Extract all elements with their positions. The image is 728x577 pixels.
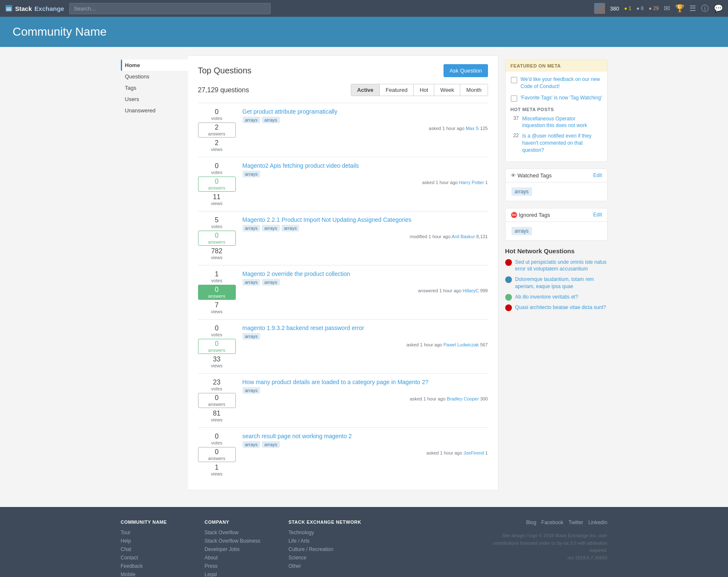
votes-stat: 1 votes bbox=[198, 270, 236, 283]
votes-stat: 0 votes bbox=[198, 108, 236, 121]
question-user[interactable]: HillaryC bbox=[463, 288, 479, 293]
footer-link-culture[interactable]: Culture / Recreation bbox=[289, 546, 361, 552]
question-title[interactable]: Get product attribute programatically bbox=[243, 108, 488, 115]
answers-label: answers bbox=[208, 185, 225, 190]
footer-facebook-link[interactable]: Facebook bbox=[541, 520, 564, 525]
inbox-icon[interactable]: ✉ bbox=[664, 4, 670, 13]
footer-twitter-link[interactable]: Twitter bbox=[569, 520, 583, 525]
watched-tags-edit[interactable]: Edit bbox=[593, 172, 602, 178]
sidebar-item-users[interactable]: Users bbox=[121, 94, 188, 105]
sidebar-item-home[interactable]: Home bbox=[121, 60, 188, 71]
tag[interactable]: arrays bbox=[262, 279, 280, 286]
avatar[interactable] bbox=[594, 3, 605, 14]
hot-network-link-4[interactable]: Quasi architecto beatae vitae dicta sunt… bbox=[515, 304, 606, 311]
tag[interactable]: arrays bbox=[262, 225, 280, 231]
eye-icon: 👁 bbox=[511, 172, 516, 179]
tag[interactable]: arrays bbox=[243, 279, 261, 286]
tag[interactable]: arrays bbox=[243, 117, 261, 123]
question-user[interactable]: Bradley Cooper bbox=[447, 396, 479, 401]
questions-count: 27,129 questions bbox=[198, 86, 249, 94]
hot-network-link-3[interactable]: Ab illo inventore veritatis et? bbox=[515, 294, 578, 301]
footer-link-so-business[interactable]: Stack Overflow Business bbox=[205, 538, 272, 544]
sidebar-item-tags[interactable]: Tags bbox=[121, 82, 188, 94]
question-user[interactable]: Max S bbox=[466, 126, 479, 131]
watched-tag-arrays[interactable]: arrays bbox=[511, 187, 532, 196]
footer-link-stackoverflow[interactable]: Stack Overflow bbox=[205, 530, 272, 535]
review-icon[interactable]: ☰ bbox=[689, 4, 696, 13]
achievements-icon[interactable]: 🏆 bbox=[675, 4, 684, 13]
filter-featured[interactable]: Featured bbox=[380, 84, 414, 96]
footer-link-mobile[interactable]: Mobile bbox=[121, 572, 188, 577]
footer-company-title: COMPANY bbox=[205, 520, 272, 525]
tag[interactable]: arrays bbox=[243, 441, 261, 448]
footer-link-legal[interactable]: Legal bbox=[205, 572, 272, 577]
views-count: 782 bbox=[211, 247, 222, 255]
question-title[interactable]: Magento 2.2.1 Product Import Not Updatin… bbox=[243, 216, 488, 223]
meta-post-link-2[interactable]: 'Favorite Tags' is now 'Tag Watching' bbox=[521, 94, 602, 101]
footer-link-tour[interactable]: Tour bbox=[121, 530, 188, 535]
sidebar-item-unanswered[interactable]: Unanswered bbox=[121, 105, 188, 116]
footer-blog-link[interactable]: Blog bbox=[526, 520, 536, 525]
hot-meta-count-2: 22 bbox=[511, 133, 519, 138]
question-title[interactable]: magento 1.9.3.2 backend reset password e… bbox=[243, 325, 488, 331]
footer-community-title: COMMUNITY NAME bbox=[121, 520, 188, 525]
hot-meta-link-2[interactable]: Is a @user notified even if they haven't… bbox=[522, 133, 602, 153]
top-nav: StackExchange 380 ● 1 ● 8 ● 29 ✉ 🏆 ☰ ⓘ 💬 bbox=[0, 0, 728, 17]
filter-month[interactable]: Month bbox=[460, 84, 487, 96]
question-tags: arraysarrays bbox=[243, 117, 488, 123]
site-icon-1 bbox=[505, 259, 512, 266]
tag[interactable]: arrays bbox=[243, 333, 261, 340]
question-user[interactable]: Pawel Ludwiczak bbox=[444, 342, 479, 347]
tag[interactable]: arrays bbox=[282, 225, 300, 231]
question-user[interactable]: Harry Potter bbox=[459, 180, 484, 185]
search-bar bbox=[69, 3, 271, 14]
ignored-tag-arrays[interactable]: arrays bbox=[511, 227, 532, 235]
question-title[interactable]: How many product details are loaded to a… bbox=[243, 379, 488, 385]
filter-hot[interactable]: Hot bbox=[414, 84, 434, 96]
footer-link-life-arts[interactable]: Life / Arts bbox=[289, 538, 361, 544]
search-input[interactable] bbox=[69, 3, 271, 14]
badge-gold: ● 1 bbox=[624, 5, 631, 11]
footer-link-contact[interactable]: Contact bbox=[121, 555, 188, 561]
footer-link-feedback[interactable]: Feedback bbox=[121, 563, 188, 569]
question-title[interactable]: search result page not working magento 2 bbox=[243, 433, 488, 439]
footer-link-help[interactable]: Help bbox=[121, 538, 188, 544]
footer-link-science[interactable]: Science bbox=[289, 555, 361, 561]
badge-bronze: ● 29 bbox=[649, 5, 659, 11]
meta-post-link-1[interactable]: We'd like your feedback on our new Code … bbox=[521, 76, 602, 90]
footer-link-other[interactable]: Other bbox=[289, 563, 361, 569]
footer-link-chat[interactable]: Chat bbox=[121, 546, 188, 552]
views-stat: 11 views bbox=[198, 193, 236, 206]
tag[interactable]: arrays bbox=[243, 225, 261, 231]
footer-linkedin-link[interactable]: LinkedIn bbox=[588, 520, 607, 525]
hot-network-link-2[interactable]: Doloremque laudantium, totam rem aperiam… bbox=[515, 276, 608, 290]
help-icon[interactable]: ⓘ bbox=[701, 3, 709, 13]
question-user[interactable]: Anil Baskur bbox=[451, 234, 475, 239]
footer-link-press[interactable]: Press bbox=[205, 563, 272, 569]
filter-active[interactable]: Active bbox=[351, 84, 380, 96]
tag[interactable]: arrays bbox=[243, 171, 261, 177]
hot-meta-title: HOT META POSTS bbox=[511, 107, 602, 112]
answers-stat: 0 answers bbox=[198, 447, 236, 462]
hot-network-link-1[interactable]: Sed ut perspiciatis unde omnis iste natu… bbox=[515, 259, 608, 273]
votes-count: 23 bbox=[213, 379, 221, 386]
question-user[interactable]: JoeFirend bbox=[463, 450, 484, 455]
svg-rect-1 bbox=[6, 10, 11, 10]
hot-meta-link-1[interactable]: Miscellaneous Operator inquestion:this d… bbox=[522, 115, 602, 130]
footer-link-technology[interactable]: Technology bbox=[289, 530, 361, 535]
svg-rect-2 bbox=[6, 8, 11, 9]
footer-link-developer-jobs[interactable]: Developer Jobs bbox=[205, 546, 272, 552]
filter-week[interactable]: Week bbox=[434, 84, 460, 96]
tag[interactable]: arrays bbox=[243, 387, 261, 394]
logo[interactable]: StackExchange bbox=[5, 5, 64, 12]
ignored-tags-edit[interactable]: Edit bbox=[593, 212, 602, 218]
question-title[interactable]: Magento 2 override the product collectio… bbox=[243, 270, 488, 277]
chat-icon[interactable]: 💬 bbox=[714, 4, 723, 13]
question-title[interactable]: Magento2 Apis fetching product video det… bbox=[243, 162, 488, 169]
tag[interactable]: arrays bbox=[262, 117, 280, 123]
tag[interactable]: arrays bbox=[262, 441, 280, 448]
sidebar-item-questions[interactable]: Questions bbox=[121, 71, 188, 82]
ask-question-button[interactable]: Ask Question bbox=[444, 64, 488, 77]
footer-link-about[interactable]: About bbox=[205, 555, 272, 561]
answers-label: answers bbox=[208, 456, 225, 461]
